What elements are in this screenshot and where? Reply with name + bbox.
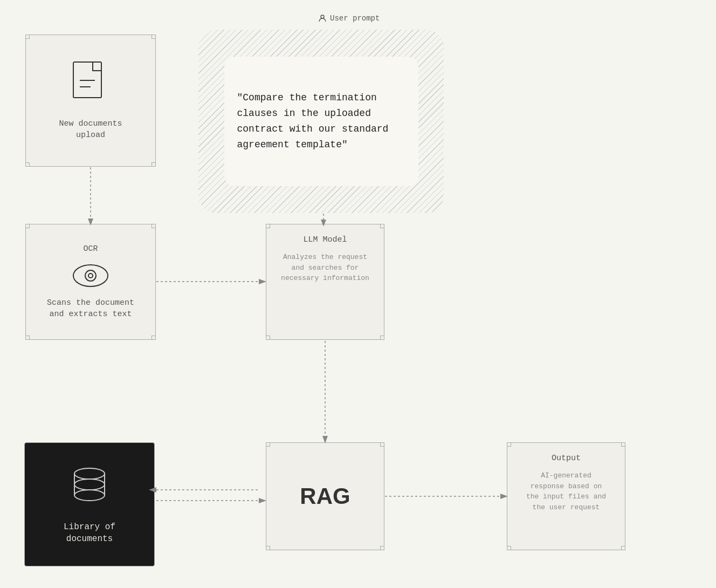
corner-br — [380, 546, 384, 550]
svg-point-11 — [74, 479, 105, 490]
svg-marker-17 — [259, 279, 266, 284]
svg-point-6 — [88, 274, 93, 278]
svg-point-7 — [74, 468, 105, 479]
corner-tr — [152, 35, 156, 39]
library-label: Library of documents — [64, 521, 115, 545]
corner-tl — [507, 442, 511, 447]
user-prompt-inner: "Compare the termination clauses in the … — [224, 57, 418, 186]
user-prompt-text: User prompt — [330, 14, 380, 23]
upload-label: New documents upload — [59, 118, 122, 141]
corner-tr — [380, 442, 384, 447]
library-box: Library of documents — [24, 442, 155, 566]
output-box: Output AI-generated response based on th… — [507, 442, 625, 550]
upload-box: New documents upload — [25, 35, 156, 167]
ocr-label: Scans the document and extracts text — [47, 297, 134, 320]
corner-bl — [266, 546, 270, 550]
corner-br — [621, 546, 625, 550]
user-prompt-label: User prompt — [318, 14, 380, 23]
svg-point-0 — [321, 15, 324, 18]
svg-marker-23 — [259, 498, 266, 503]
user-prompt-content: "Compare the termination clauses in the … — [237, 90, 405, 152]
output-title: Output — [552, 454, 581, 463]
corner-tl — [25, 224, 30, 228]
corner-bl — [507, 546, 511, 550]
user-prompt-box: "Compare the termination clauses in the … — [198, 30, 444, 213]
corner-tr — [380, 224, 384, 228]
corner-tr — [152, 224, 156, 228]
database-icon — [68, 464, 111, 512]
corner-br — [152, 336, 156, 340]
corner-br — [380, 336, 384, 340]
ocr-box: OCR Scans the document and extracts text — [25, 224, 156, 340]
corner-tr — [621, 442, 625, 447]
svg-point-4 — [73, 265, 108, 286]
llm-title: LLM Model — [303, 235, 347, 244]
llm-box: LLM Model Analyzes the request and searc… — [266, 224, 384, 340]
document-icon — [69, 61, 112, 110]
svg-point-10 — [74, 490, 105, 501]
rag-box: RAG — [266, 442, 384, 550]
llm-desc: Analyzes the request and searches for ne… — [281, 252, 369, 284]
corner-bl — [25, 336, 30, 340]
rag-label: RAG — [300, 483, 350, 509]
corner-bl — [25, 162, 30, 167]
corner-tl — [266, 224, 270, 228]
eye-icon — [69, 261, 112, 291]
corner-bl — [266, 336, 270, 340]
svg-point-5 — [85, 270, 96, 281]
user-icon — [318, 14, 327, 23]
canvas: User prompt "Compare the termination cla… — [0, 0, 716, 588]
corner-br — [152, 162, 156, 167]
corner-tl — [266, 442, 270, 447]
corner-tl — [25, 35, 30, 39]
ocr-title: OCR — [83, 244, 98, 254]
output-desc: AI-generated response based on the input… — [526, 470, 606, 512]
